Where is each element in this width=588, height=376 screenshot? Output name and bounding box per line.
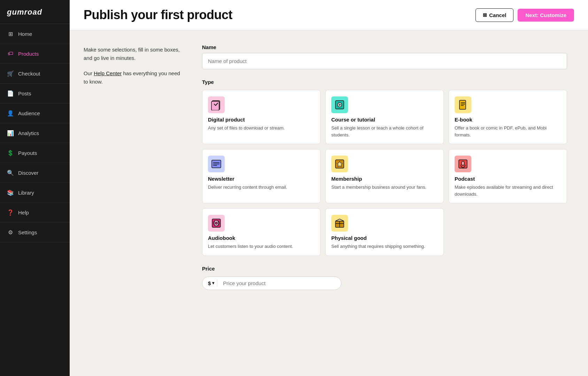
name-label: Name <box>202 44 567 50</box>
type-card-physical[interactable]: Physical good Sell anything that require… <box>325 208 444 256</box>
posts-icon: 📄 <box>7 90 14 97</box>
sidebar-item-library[interactable]: 📚 Library <box>0 183 70 203</box>
sidebar-item-audience-label: Audience <box>18 110 40 116</box>
sidebar-item-analytics-label: Analytics <box>18 130 39 136</box>
type-card-course[interactable]: Course or tutorial Sell a single lesson … <box>325 90 444 144</box>
audiobook-desc: Let customers listen to your audio conte… <box>208 243 315 250</box>
help-icon: ❓ <box>7 209 14 216</box>
help-center-link[interactable]: Help Center <box>94 70 122 76</box>
type-label: Type <box>202 79 567 85</box>
price-field-group: Price $ ▾ <box>202 266 567 290</box>
type-grid-row3: Audiobook Let customers listen to your a… <box>202 208 567 256</box>
sidebar-item-help-label: Help <box>18 210 29 216</box>
content-area: Make some selections, fill in some boxes… <box>70 30 588 376</box>
digital-icon <box>208 96 225 113</box>
main-area: Publish your first product ⊠ Cancel Next… <box>70 0 588 376</box>
sidebar-item-analytics[interactable]: 📊 Analytics <box>0 123 70 143</box>
sidebar-nav: ⊞ Home 🏷 Products 🛒 Checkout 📄 Posts 👤 A… <box>0 24 70 376</box>
price-input[interactable] <box>220 279 335 288</box>
settings-icon: ⚙ <box>7 229 14 236</box>
sidebar-item-settings[interactable]: ⚙ Settings <box>0 222 70 242</box>
payouts-icon: 💲 <box>7 149 14 156</box>
sidebar-item-payouts[interactable]: 💲 Payouts <box>0 143 70 163</box>
type-card-podcast[interactable]: Podcast Make episodes available for stre… <box>449 149 567 203</box>
svg-rect-1 <box>211 101 219 110</box>
digital-name: Digital product <box>208 117 315 123</box>
course-icon <box>331 96 348 113</box>
membership-name: Membership <box>331 176 438 182</box>
page-header: Publish your first product ⊠ Cancel Next… <box>70 0 588 30</box>
currency-selector[interactable]: $ ▾ <box>208 279 214 288</box>
logo: gumroad <box>0 0 70 24</box>
sidebar: gumroad ⊞ Home 🏷 Products 🛒 Checkout 📄 P… <box>0 0 70 376</box>
physical-icon <box>331 215 348 232</box>
checkout-icon: 🛒 <box>7 70 14 77</box>
cancel-button[interactable]: ⊠ Cancel <box>475 8 513 22</box>
right-panel: Name Type Di <box>202 44 567 362</box>
physical-desc: Sell anything that requires shipping som… <box>331 243 438 250</box>
header-actions: ⊠ Cancel Next: Customize <box>475 8 574 22</box>
newsletter-name: Newsletter <box>208 176 315 182</box>
analytics-icon: 📊 <box>7 130 14 136</box>
podcast-name: Podcast <box>455 176 561 182</box>
sidebar-item-settings-label: Settings <box>18 229 37 235</box>
newsletter-desc: Deliver recurring content through email. <box>208 184 315 191</box>
price-input-wrapper: $ ▾ <box>202 276 341 290</box>
type-card-digital[interactable]: Digital product Any set of files to down… <box>202 90 320 144</box>
sidebar-item-products-label: Products <box>18 51 39 57</box>
sidebar-item-library-label: Library <box>18 190 34 196</box>
currency-divider <box>217 280 217 287</box>
course-desc: Sell a single lesson or teach a whole co… <box>331 125 438 138</box>
ebook-name: E-book <box>455 117 561 123</box>
svg-point-20 <box>215 222 217 224</box>
podcast-icon <box>455 156 471 172</box>
library-icon: 📚 <box>7 189 14 196</box>
course-name: Course or tutorial <box>331 117 438 123</box>
page-title: Publish your first product <box>84 8 232 22</box>
svg-marker-22 <box>335 219 344 221</box>
audiobook-name: Audiobook <box>208 235 315 241</box>
type-card-membership[interactable]: Membership Start a membership business a… <box>325 149 444 203</box>
sidebar-item-payouts-label: Payouts <box>18 150 37 156</box>
audiobook-icon <box>208 215 225 232</box>
type-field-group: Type Digital product Any set of files t <box>202 79 567 256</box>
sidebar-item-products[interactable]: 🏷 Products <box>0 44 70 64</box>
sidebar-item-checkout-label: Checkout <box>18 71 40 77</box>
intro-text: Make some selections, fill in some boxes… <box>84 46 181 62</box>
ebook-desc: Offer a book or comic in PDF, ePub, and … <box>455 125 561 138</box>
membership-icon <box>331 156 348 172</box>
svg-rect-5 <box>459 100 466 109</box>
sidebar-item-checkout[interactable]: 🛒 Checkout <box>0 64 70 84</box>
cancel-icon: ⊠ <box>483 12 487 18</box>
product-name-input[interactable] <box>202 53 567 69</box>
left-panel: Make some selections, fill in some boxes… <box>84 44 181 362</box>
sidebar-item-posts-label: Posts <box>18 91 31 96</box>
audience-icon: 👤 <box>7 110 14 117</box>
type-card-newsletter[interactable]: Newsletter Deliver recurring content thr… <box>202 149 320 203</box>
membership-desc: Start a membership business around your … <box>331 184 438 191</box>
sidebar-item-audience[interactable]: 👤 Audience <box>0 103 70 123</box>
type-card-audiobook[interactable]: Audiobook Let customers listen to your a… <box>202 208 320 256</box>
currency-symbol: $ <box>208 280 211 286</box>
ebook-icon <box>455 96 471 113</box>
sidebar-item-home[interactable]: ⊞ Home <box>0 24 70 44</box>
type-grid-row1: Digital product Any set of files to down… <box>202 90 567 144</box>
sidebar-item-help[interactable]: ❓ Help <box>0 203 70 222</box>
type-card-ebook[interactable]: E-book Offer a book or comic in PDF, ePu… <box>449 90 567 144</box>
logo-text: gumroad <box>7 8 42 16</box>
physical-name: Physical good <box>331 235 438 241</box>
sidebar-item-discover[interactable]: 🔍 Discover <box>0 163 70 183</box>
name-field-group: Name <box>202 44 567 69</box>
currency-chevron-icon: ▾ <box>212 281 214 285</box>
home-icon: ⊞ <box>7 30 14 37</box>
price-label: Price <box>202 266 567 272</box>
type-grid-row2: Newsletter Deliver recurring content thr… <box>202 149 567 203</box>
discover-icon: 🔍 <box>7 169 14 176</box>
podcast-desc: Make episodes available for streaming an… <box>455 184 561 197</box>
sidebar-item-posts[interactable]: 📄 Posts <box>0 84 70 103</box>
next-customize-button[interactable]: Next: Customize <box>518 9 574 22</box>
sidebar-item-discover-label: Discover <box>18 170 38 176</box>
svg-point-16 <box>462 161 464 165</box>
products-icon: 🏷 <box>7 50 14 57</box>
digital-desc: Any set of files to download or stream. <box>208 125 315 132</box>
